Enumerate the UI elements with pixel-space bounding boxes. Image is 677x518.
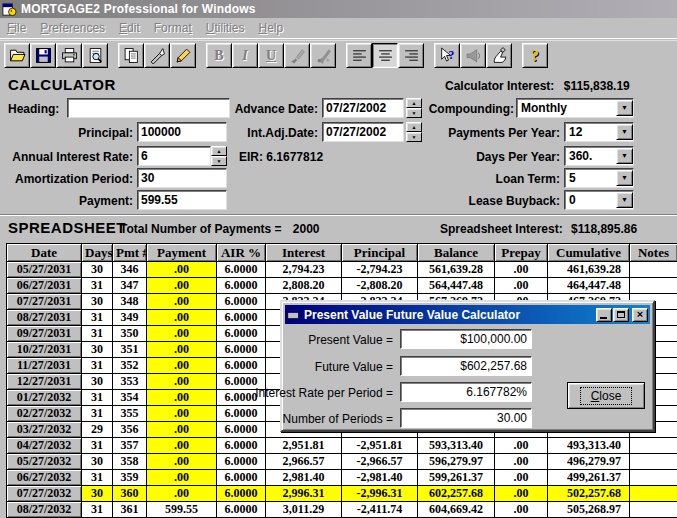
cell-days[interactable]: 31	[82, 358, 113, 374]
menu-item-preferences[interactable]: Preferences	[33, 19, 112, 37]
column-header-prepay[interactable]: Prepay	[495, 244, 548, 262]
chevron-down-icon[interactable]: ▼	[616, 124, 633, 140]
copy-button[interactable]	[118, 43, 144, 68]
present-value-field[interactable]: $100,000.00	[400, 329, 532, 349]
cell-interest[interactable]: 2,966.57	[266, 454, 342, 470]
cell-payment[interactable]: .00	[147, 390, 217, 406]
close-window-button[interactable]: ×	[632, 308, 648, 322]
cell-notes[interactable]	[630, 278, 677, 294]
save-button[interactable]	[30, 43, 56, 68]
cell-pmt[interactable]: 361	[113, 502, 147, 518]
cell-date[interactable]: 08/27/2031	[7, 310, 82, 326]
pencil-button[interactable]	[170, 43, 196, 68]
context-help-button[interactable]: ?	[434, 43, 460, 68]
cell-date[interactable]: 02/27/2032	[7, 406, 82, 422]
menu-item-file[interactable]: File	[0, 19, 33, 37]
int-adj-date-input[interactable]	[322, 122, 404, 142]
cell-air[interactable]: 6.0000	[217, 454, 266, 470]
cell-principal[interactable]: -2,981.40	[342, 470, 418, 486]
advance-date-input[interactable]	[322, 98, 404, 118]
cell-notes[interactable]	[630, 486, 677, 502]
menu-item-help[interactable]: Help	[251, 19, 290, 37]
spin-down-icon[interactable]: ▼	[211, 156, 227, 166]
cell-days[interactable]: 31	[82, 278, 113, 294]
cell-principal[interactable]: -2,966.57	[342, 454, 418, 470]
cell-air[interactable]: 6.0000	[217, 406, 266, 422]
cell-prepay[interactable]: .00	[495, 438, 548, 454]
cell-pmt[interactable]: 360	[113, 486, 147, 502]
cell-days[interactable]: 30	[82, 342, 113, 358]
cell-days[interactable]: 30	[82, 374, 113, 390]
chevron-down-icon[interactable]: ▼	[616, 100, 633, 116]
column-header-air[interactable]: AIR %	[217, 244, 266, 262]
cell-balance[interactable]: 602,257.68	[418, 486, 495, 502]
cell-air[interactable]: 6.0000	[217, 486, 266, 502]
column-header-date[interactable]: Date	[7, 244, 82, 262]
cell-prepay[interactable]: .00	[495, 278, 548, 294]
cell-interest[interactable]: 3,011.29	[266, 502, 342, 518]
cell-days[interactable]: 31	[82, 390, 113, 406]
align-center-button[interactable]	[372, 43, 398, 68]
cell-prepay[interactable]: .00	[495, 502, 548, 518]
chevron-down-icon[interactable]: ▼	[616, 192, 633, 208]
cell-days[interactable]: 31	[82, 326, 113, 342]
compounding-select[interactable]: Monthly ▼	[516, 98, 634, 118]
cell-payment[interactable]: .00	[147, 406, 217, 422]
cell-air[interactable]: 6.0000	[217, 438, 266, 454]
cell-pmt[interactable]: 350	[113, 326, 147, 342]
int-adj-date-spinner[interactable]: ▲ ▼	[406, 122, 422, 142]
cell-balance[interactable]: 561,639.28	[418, 262, 495, 278]
cell-balance[interactable]: 599,261.37	[418, 470, 495, 486]
spin-up-icon[interactable]: ▲	[211, 146, 227, 156]
cell-interest[interactable]: 2,981.40	[266, 470, 342, 486]
cell-payment[interactable]: .00	[147, 342, 217, 358]
cell-date[interactable]: 06/27/2031	[7, 278, 82, 294]
column-header-pmt[interactable]: Pmt #	[113, 244, 147, 262]
cell-pmt[interactable]: 354	[113, 390, 147, 406]
column-header-interest[interactable]: Interest	[266, 244, 342, 262]
cell-date[interactable]: 07/27/2032	[7, 486, 82, 502]
cell-prepay[interactable]: .00	[495, 470, 548, 486]
cell-date[interactable]: 05/27/2031	[7, 262, 82, 278]
cell-date[interactable]: 04/27/2032	[7, 438, 82, 454]
cell-payment[interactable]: .00	[147, 326, 217, 342]
menu-item-utilities[interactable]: Utilities	[199, 19, 252, 37]
cell-payment[interactable]: .00	[147, 422, 217, 438]
cell-pmt[interactable]: 347	[113, 278, 147, 294]
cell-cumulative[interactable]: 493,313.40	[548, 438, 630, 454]
amortization-period-input[interactable]	[137, 168, 227, 188]
cell-cumulative[interactable]: 496,279.97	[548, 454, 630, 470]
cell-payment[interactable]: .00	[147, 294, 217, 310]
cell-days[interactable]: 30	[82, 454, 113, 470]
cell-interest[interactable]: 2,794.23	[266, 262, 342, 278]
interest-rate-per-period-field[interactable]: 6.167782%	[400, 382, 532, 402]
cell-air[interactable]: 6.0000	[217, 358, 266, 374]
cell-payment[interactable]: .00	[147, 486, 217, 502]
cell-days[interactable]: 30	[82, 262, 113, 278]
future-value-field[interactable]: $602,257.68	[400, 356, 532, 376]
cell-air[interactable]: 6.0000	[217, 262, 266, 278]
cell-air[interactable]: 6.0000	[217, 310, 266, 326]
cell-pmt[interactable]: 348	[113, 294, 147, 310]
dialog-title-bar[interactable]: Present Value Future Value Calculator ×	[285, 305, 650, 324]
print-preview-button[interactable]	[82, 43, 108, 68]
cell-air[interactable]: 6.0000	[217, 422, 266, 438]
cell-notes[interactable]	[630, 502, 677, 518]
cell-days[interactable]: 31	[82, 502, 113, 518]
cell-days[interactable]: 31	[82, 310, 113, 326]
cell-payment[interactable]: .00	[147, 262, 217, 278]
spin-down-icon[interactable]: ▼	[406, 108, 422, 118]
column-header-payment[interactable]: Payment	[147, 244, 217, 262]
cell-cumulative[interactable]: 461,639.28	[548, 262, 630, 278]
cell-interest[interactable]: 2,996.31	[266, 486, 342, 502]
cell-principal[interactable]: -2,808.20	[342, 278, 418, 294]
menu-item-edit[interactable]: Edit	[112, 19, 147, 37]
spin-down-icon[interactable]: ▼	[406, 132, 422, 142]
cell-date[interactable]: 08/27/2032	[7, 502, 82, 518]
open-button[interactable]	[4, 43, 30, 68]
cell-payment[interactable]: .00	[147, 310, 217, 326]
days-per-year-select[interactable]: 360. ▼	[564, 146, 634, 166]
cell-pmt[interactable]: 352	[113, 358, 147, 374]
payment-input[interactable]	[137, 190, 227, 210]
help-button[interactable]: ?	[522, 43, 548, 68]
